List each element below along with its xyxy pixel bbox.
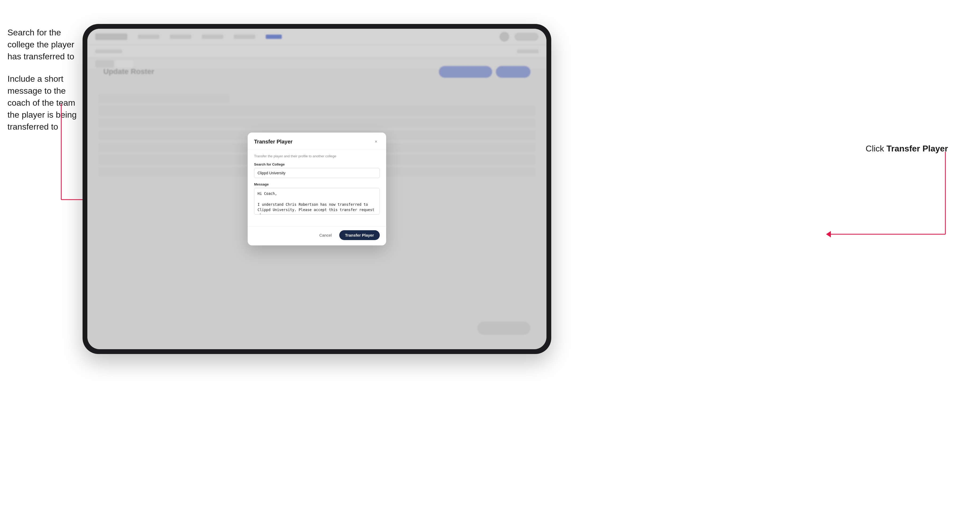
modal-dialog: Transfer Player × Transfer the player an… bbox=[248, 133, 386, 245]
modal-footer: Cancel Transfer Player bbox=[248, 226, 386, 245]
search-college-input[interactable] bbox=[254, 168, 380, 178]
modal-subtitle: Transfer the player and their profile to… bbox=[254, 154, 380, 158]
message-group: Message Hi Coach, I understand Chris Rob… bbox=[254, 182, 380, 216]
svg-marker-5 bbox=[826, 231, 831, 237]
tablet-screen: Update Roster bbox=[88, 29, 546, 349]
message-textarea[interactable]: Hi Coach, I understand Chris Robertson h… bbox=[254, 188, 380, 214]
modal-header: Transfer Player × bbox=[248, 133, 386, 149]
modal-body: Transfer the player and their profile to… bbox=[248, 149, 386, 226]
modal-close-button[interactable]: × bbox=[372, 138, 380, 145]
transfer-player-button[interactable]: Transfer Player bbox=[339, 230, 380, 240]
modal-title: Transfer Player bbox=[254, 139, 293, 145]
annotation-text-1: Search for the college the player has tr… bbox=[8, 27, 82, 62]
cancel-button[interactable]: Cancel bbox=[315, 231, 336, 240]
search-college-group: Search for College bbox=[254, 162, 380, 178]
right-arrow bbox=[714, 152, 953, 258]
modal-overlay: Transfer Player × Transfer the player an… bbox=[88, 29, 546, 349]
search-college-label: Search for College bbox=[254, 162, 380, 167]
tablet-device: Update Roster bbox=[83, 24, 551, 354]
message-label: Message bbox=[254, 182, 380, 186]
